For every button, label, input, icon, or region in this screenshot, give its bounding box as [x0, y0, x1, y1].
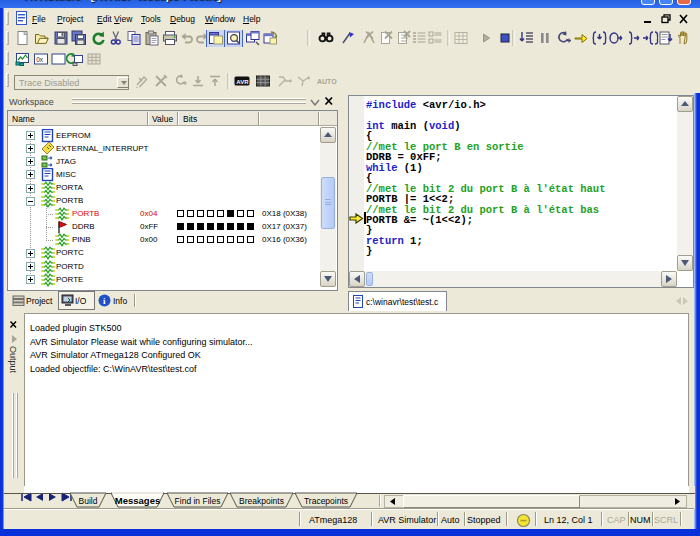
svg-text:Breakpoints: Breakpoints [239, 496, 284, 506]
svg-text:Messages: Messages [115, 495, 160, 506]
svg-text:Find in Files: Find in Files [175, 496, 221, 506]
svg-text:Tracepoints: Tracepoints [304, 496, 348, 506]
svg-text:Build: Build [79, 496, 98, 506]
svg-text:AUTO: AUTO [317, 78, 337, 85]
svg-text:0x: 0x [36, 56, 44, 63]
svg-text:AVR: AVR [236, 79, 249, 85]
